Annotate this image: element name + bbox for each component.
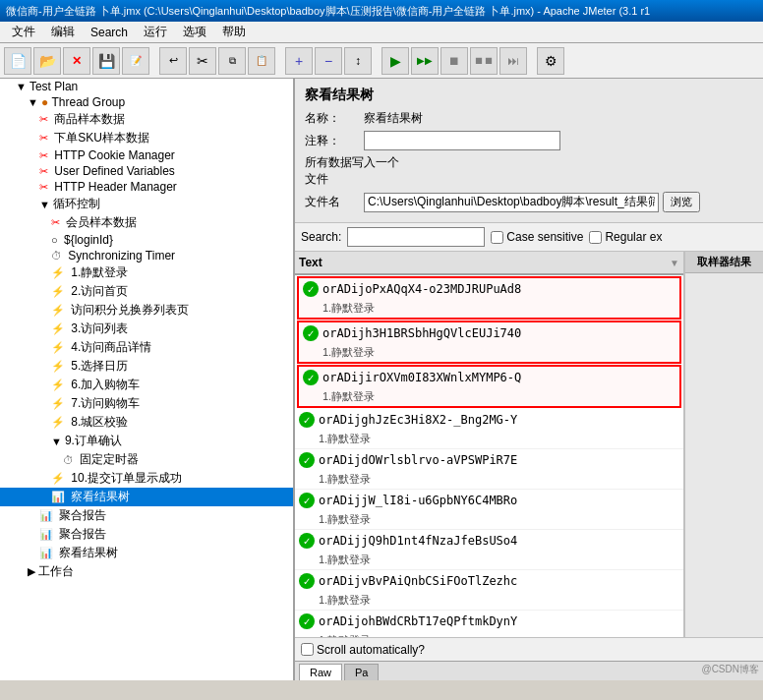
tree-item-detail[interactable]: ⚡ 4.访问商品详情: [0, 338, 293, 357]
tree-item-synctimer[interactable]: ⏱ Synchronizing Timer: [0, 248, 293, 263]
toolbar-skip[interactable]: ⏭: [499, 47, 527, 75]
status-icon: ✓: [303, 281, 319, 297]
table-row[interactable]: ✓ orADijjQ9hD1nt4fNzaJfeBsUSo4 1.静默登录: [295, 530, 683, 570]
tree-item-list[interactable]: ⚡ 3.访问列表: [0, 320, 293, 338]
tree-item-order-confirm[interactable]: ▼ 9.订单确认: [0, 432, 293, 450]
tree-label: 2.访问首页: [71, 283, 128, 300]
tree-item-agg2[interactable]: 📊 聚合报告: [0, 525, 293, 544]
menu-options[interactable]: 选项: [175, 22, 214, 42]
tree-item-login[interactable]: ⚡ 1.静默登录: [0, 263, 293, 282]
scroll-auto-label: Scroll automatically?: [317, 643, 425, 657]
sub-text: 1.静默登录: [319, 553, 371, 567]
tree-item-sku[interactable]: ✂ 下单SKU样本数据: [0, 129, 293, 147]
menu-edit[interactable]: 编辑: [43, 22, 83, 42]
form-write-row: 所有数据写入一个文件: [305, 154, 753, 188]
tree-item-calendar[interactable]: ⚡ 5.选择日历: [0, 357, 293, 376]
toolbar-cut[interactable]: ✂: [189, 47, 216, 75]
toolbar-collapse[interactable]: −: [315, 47, 342, 75]
case-sensitive-label: Case sensitive: [506, 230, 583, 244]
toolbar-stop[interactable]: ⏹: [440, 47, 468, 75]
menu-help[interactable]: 帮助: [214, 22, 254, 42]
udv-icon: ✂: [39, 165, 48, 178]
tree-item-area[interactable]: ⚡ 8.城区校验: [0, 413, 293, 432]
tree-item-result-tree-outer[interactable]: 📊 察看结果树: [0, 544, 293, 562]
comment-input[interactable]: [364, 131, 560, 150]
tree-label: 商品样本数据: [54, 111, 125, 128]
status-icon: ✓: [299, 412, 315, 428]
cart-add-icon: ⚡: [51, 379, 65, 391]
tree-label: 聚合报告: [59, 526, 106, 543]
table-row[interactable]: ✓ orADijohBWdCRbT17eQPftmkDynY 1.静默登录: [295, 611, 683, 637]
browse-button[interactable]: 浏览: [663, 192, 700, 212]
results-main[interactable]: Text ▼ ✓ orADijoPxAQqX4-o23MDJRUPuAd8 1.…: [295, 252, 684, 637]
scroll-auto-checkbox[interactable]: [301, 643, 314, 656]
table-row[interactable]: ✓ orADijghJzEc3Hi8X2-_Bng2MG-Y 1.静默登录: [295, 409, 683, 449]
table-row[interactable]: ✓ orADijjW_lI8i-u6GpbNY6C4MBRo 1.静默登录: [295, 490, 683, 530]
regex-label: Regular ex: [605, 230, 662, 244]
case-sensitive-checkbox[interactable]: [491, 231, 503, 244]
threadgroup-dot: ●: [41, 95, 48, 109]
filename-input[interactable]: [364, 193, 659, 212]
tree-item-testplan[interactable]: ▼ Test Plan: [0, 79, 293, 94]
menu-file[interactable]: 文件: [4, 22, 43, 42]
toolbar-save[interactable]: 💾: [92, 47, 120, 75]
table-row[interactable]: ✓ orADijoPxAQqX4-o23MDJRUPuAd8 1.静默登录: [297, 276, 681, 320]
form-comment-row: 注释：: [305, 131, 753, 150]
toolbar-new[interactable]: 📄: [4, 47, 31, 75]
toolbar-open[interactable]: 📂: [33, 47, 61, 75]
tree-item-home[interactable]: ⚡ 2.访问首页: [0, 282, 293, 301]
tree-item-loop[interactable]: ▼ 循环控制: [0, 195, 293, 213]
tab-raw[interactable]: Raw: [299, 664, 342, 680]
toolbar-close[interactable]: ✕: [63, 47, 90, 75]
exchange-icon: ⚡: [51, 304, 65, 317]
tree-item-order-submit[interactable]: ⚡ 10.提交订单显示成功: [0, 469, 293, 488]
loop-icon: ▼: [39, 199, 50, 210]
toolbar-save2[interactable]: 📝: [122, 47, 149, 75]
toolbar-settings[interactable]: ⚙: [537, 47, 564, 75]
tree-item-threadgroup[interactable]: ▼ ● Thread Group: [0, 94, 293, 110]
regex-checkbox[interactable]: [589, 231, 602, 244]
table-row[interactable]: ✓ orADijvBvPAiQnbCSiFOoTlZezhc 1.静默登录: [295, 570, 683, 611]
toolbar-copy[interactable]: ⧉: [218, 47, 246, 75]
tree-item-cart-add[interactable]: ⚡ 6.加入购物车: [0, 376, 293, 394]
tree-label: 3.访问列表: [71, 321, 128, 337]
tab-pa[interactable]: Pa: [344, 664, 379, 680]
tree-item-cart[interactable]: ⚡ 7.访问购物车: [0, 394, 293, 413]
result-text: orADijirOXVm0I83XWnlxMYMP6-Q: [323, 371, 521, 384]
tree-label: 聚合报告: [59, 507, 106, 524]
toolbar-undo[interactable]: ↩: [159, 47, 187, 75]
tree-item-exchange[interactable]: ⚡ 访问积分兑换券列表页: [0, 301, 293, 320]
filename-label: 文件名: [305, 194, 364, 210]
search-bar: Search: Case sensitive Regular ex: [295, 223, 763, 252]
toolbar-paste[interactable]: 📋: [248, 47, 275, 75]
tree-item-udv[interactable]: ✂ User Defined Variables: [0, 163, 293, 179]
toolbar-expand[interactable]: +: [285, 47, 313, 75]
tree-item-member[interactable]: ✂ 会员样本数据: [0, 213, 293, 232]
menu-run[interactable]: 运行: [136, 22, 175, 42]
toolbar-arrow[interactable]: ↕: [344, 47, 372, 75]
toolbar-stop2[interactable]: ⏹⏹: [470, 47, 498, 75]
result-text: orADijvBvPAiQnbCSiFOoTlZezhc: [319, 574, 517, 588]
text-column-header: Text: [299, 256, 670, 269]
tree-item-agg1[interactable]: 📊 聚合报告: [0, 506, 293, 525]
result-text: orADijghJzEc3Hi8X2-_Bng2MG-Y: [319, 413, 517, 427]
toolbar-play-nodebug[interactable]: ▶▶: [411, 47, 439, 75]
table-row[interactable]: ✓ orADijirOXVm0I83XWnlxMYMP6-Q 1.静默登录: [297, 365, 681, 408]
search-input[interactable]: [347, 227, 485, 247]
toolbar-play[interactable]: ▶: [382, 47, 409, 75]
tree-item-workbench[interactable]: ▶ 工作台: [0, 562, 293, 581]
status-icon: ✓: [299, 452, 315, 468]
tree-item-fixed-timer[interactable]: ⏱ 固定定时器: [0, 450, 293, 469]
menu-search[interactable]: Search: [83, 24, 136, 41]
tree-label: 7.访问购物车: [71, 395, 140, 412]
status-icon: ✓: [299, 533, 315, 549]
table-row[interactable]: ✓ orADijdOWrlsblrvo-aVPSWPiR7E 1.静默登录: [295, 449, 683, 490]
form-name-row: 名称： 察看结果树: [305, 110, 753, 127]
tree-item-goods[interactable]: ✂ 商品样本数据: [0, 110, 293, 129]
content-panel: 察看结果树 名称： 察看结果树 注释： 所有数据写入一个文件 文件名 浏览 Se…: [295, 79, 763, 680]
tree-item-loginid[interactable]: ○ ${loginId}: [0, 232, 293, 248]
table-row[interactable]: ✓ orADijh3H1BRSbhHgQVlcEUJi740 1.静默登录: [297, 321, 681, 364]
tree-item-cookie[interactable]: ✂ HTTP Cookie Manager: [0, 147, 293, 163]
tree-item-header[interactable]: ✂ HTTP Header Manager: [0, 179, 293, 195]
tree-item-result-tree-inner[interactable]: 📊 察看结果树: [0, 488, 293, 506]
